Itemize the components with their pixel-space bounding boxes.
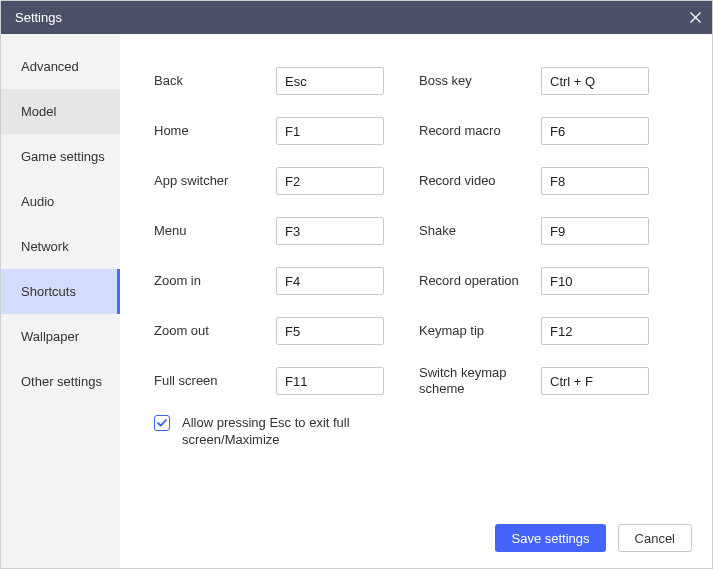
shortcut-row-switch-keymap-scheme: Switch keymap scheme [419,356,684,406]
shortcut-label: Zoom out [154,323,276,339]
shortcut-input-back[interactable] [276,67,384,95]
save-button[interactable]: Save settings [495,524,605,552]
shortcut-input-shake[interactable] [541,217,649,245]
shortcut-row-record-video: Record video [419,156,684,206]
content-shortcuts: BackHomeApp switcherMenuZoom inZoom outF… [120,34,712,568]
shortcut-row-zoom-in: Zoom in [154,256,419,306]
shortcut-row-keymap-tip: Keymap tip [419,306,684,356]
shortcut-label: Record operation [419,273,541,289]
shortcut-row-record-operation: Record operation [419,256,684,306]
shortcut-input-record-operation[interactable] [541,267,649,295]
shortcut-label: Switch keymap scheme [419,365,541,397]
sidebar-item-network[interactable]: Network [1,224,120,269]
sidebar-item-label: Other settings [21,374,102,389]
shortcut-input-record-macro[interactable] [541,117,649,145]
shortcut-label: Keymap tip [419,323,541,339]
sidebar-item-label: Network [21,239,69,254]
shortcut-input-record-video[interactable] [541,167,649,195]
sidebar-item-advanced[interactable]: Advanced [1,44,120,89]
sidebar-item-model[interactable]: Model [1,89,120,134]
sidebar-item-game-settings[interactable]: Game settings [1,134,120,179]
shortcut-row-full-screen: Full screen [154,356,419,406]
shortcut-row-menu: Menu [154,206,419,256]
sidebar-item-label: Advanced [21,59,79,74]
sidebar-item-other-settings[interactable]: Other settings [1,359,120,404]
shortcut-input-boss-key[interactable] [541,67,649,95]
sidebar-item-label: Shortcuts [21,284,76,299]
shortcut-input-full-screen[interactable] [276,367,384,395]
shortcut-label: Boss key [419,73,541,89]
shortcut-row-back: Back [154,56,419,106]
sidebar-item-label: Audio [21,194,54,209]
sidebar-item-label: Game settings [21,149,105,164]
close-icon[interactable] [688,11,702,25]
shortcut-label: Menu [154,223,276,239]
shortcut-row-home: Home [154,106,419,156]
allow-esc-row: Allow pressing Esc to exit full screen/M… [154,414,684,448]
shortcut-input-zoom-out[interactable] [276,317,384,345]
shortcut-label: Zoom in [154,273,276,289]
shortcut-label: Home [154,123,276,139]
allow-esc-label: Allow pressing Esc to exit full screen/M… [182,414,392,448]
sidebar-item-wallpaper[interactable]: Wallpaper [1,314,120,359]
sidebar-item-shortcuts[interactable]: Shortcuts [1,269,120,314]
shortcut-row-boss-key: Boss key [419,56,684,106]
shortcut-label: Record video [419,173,541,189]
shortcut-label: App switcher [154,173,276,189]
window-title: Settings [15,10,62,25]
shortcut-input-zoom-in[interactable] [276,267,384,295]
shortcut-row-record-macro: Record macro [419,106,684,156]
shortcut-label: Full screen [154,373,276,389]
shortcut-input-menu[interactable] [276,217,384,245]
shortcut-label: Record macro [419,123,541,139]
sidebar-item-audio[interactable]: Audio [1,179,120,224]
shortcut-label: Back [154,73,276,89]
shortcut-row-shake: Shake [419,206,684,256]
shortcut-input-keymap-tip[interactable] [541,317,649,345]
shortcut-row-zoom-out: Zoom out [154,306,419,356]
cancel-button[interactable]: Cancel [618,524,692,552]
sidebar: AdvancedModelGame settingsAudioNetworkSh… [1,34,120,568]
footer: Save settings Cancel [495,524,692,552]
shortcut-label: Shake [419,223,541,239]
shortcut-row-app-switcher: App switcher [154,156,419,206]
allow-esc-checkbox[interactable] [154,415,170,431]
shortcut-input-app-switcher[interactable] [276,167,384,195]
sidebar-item-label: Model [21,104,56,119]
shortcut-input-switch-keymap-scheme[interactable] [541,367,649,395]
shortcut-input-home[interactable] [276,117,384,145]
sidebar-item-label: Wallpaper [21,329,79,344]
titlebar: Settings [1,1,712,34]
